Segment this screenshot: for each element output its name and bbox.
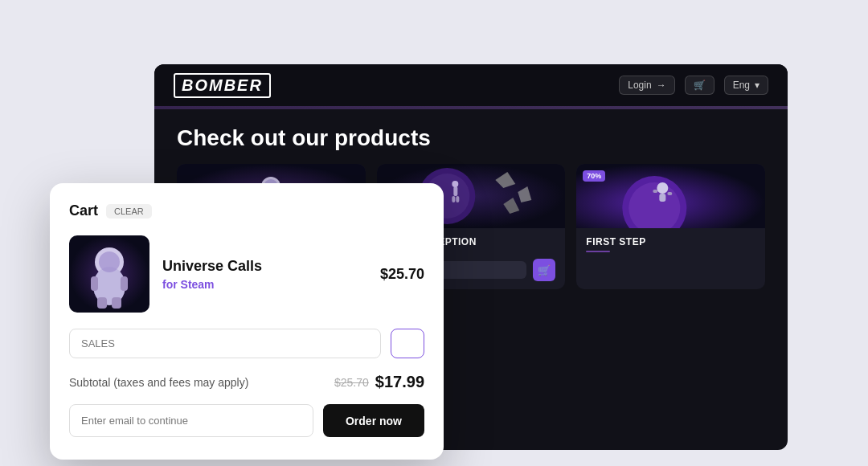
- svg-marker-9: [495, 172, 515, 188]
- order-now-button[interactable]: Order now: [323, 404, 424, 437]
- login-label: Login: [628, 80, 651, 91]
- product-image-firststep: 70%: [576, 164, 765, 228]
- card-name-firststep: FIRST STEP: [586, 236, 755, 247]
- svg-rect-14: [452, 196, 455, 202]
- logo: BOMBER: [174, 73, 271, 98]
- discount-badge: 70%: [583, 170, 605, 182]
- lang-selector[interactable]: Eng ▾: [724, 76, 768, 95]
- clear-cart-button[interactable]: CLEAR: [106, 204, 152, 219]
- page-title: Check out our products: [154, 106, 788, 164]
- email-input[interactable]: [69, 404, 313, 437]
- svg-marker-10: [518, 186, 531, 202]
- cart-title: Cart: [69, 202, 98, 219]
- subtotal-label: Subtotal (taxes and fees may apply): [69, 376, 248, 389]
- header-right: Login → 🛒 Eng ▾: [619, 76, 768, 95]
- subtotal-prices: $25.70 $17.99: [334, 373, 424, 391]
- cart-item: Universe Calls for Steam $25.70: [69, 235, 424, 313]
- cart-item-astronaut-icon: [73, 239, 145, 309]
- cart-header: Cart CLEAR: [69, 202, 424, 219]
- svg-rect-20: [653, 190, 658, 193]
- add-to-cart-alien[interactable]: 🛒: [533, 259, 555, 281]
- final-price: $17.99: [375, 373, 424, 391]
- cart-icon: 🛒: [694, 80, 706, 91]
- promo-input[interactable]: [69, 329, 381, 358]
- chevron-down-icon: ▾: [755, 80, 760, 91]
- cart-item-price: $25.70: [380, 266, 424, 283]
- cart-panel: Cart CLEAR Universe Calls for Steam $25.…: [50, 183, 444, 460]
- svg-rect-12: [453, 186, 457, 196]
- svg-rect-15: [456, 196, 459, 202]
- svg-rect-35: [121, 276, 128, 291]
- lang-label: Eng: [733, 80, 750, 91]
- svg-marker-11: [503, 198, 519, 214]
- svg-rect-34: [91, 276, 98, 291]
- svg-rect-21: [668, 192, 673, 195]
- svg-rect-19: [660, 194, 666, 202]
- subtotal-row: Subtotal (taxes and fees may apply) $25.…: [69, 373, 424, 391]
- svg-point-33: [99, 251, 120, 272]
- svg-rect-36: [97, 297, 107, 309]
- cart-item-name: Universe Calls: [162, 258, 367, 275]
- card-divider-firststep: [586, 251, 610, 252]
- apply-promo-button[interactable]: [391, 329, 424, 358]
- cart-button[interactable]: 🛒: [685, 76, 714, 95]
- login-button[interactable]: Login →: [619, 76, 674, 95]
- product-card-first-step: 70% FIRST STEP: [576, 164, 765, 289]
- original-price: $25.70: [334, 376, 369, 389]
- login-icon: →: [657, 80, 666, 91]
- purple-strip: [154, 106, 788, 109]
- app-header: BOMBER Login → 🛒 Eng ▾: [154, 64, 788, 106]
- svg-point-18: [657, 182, 669, 194]
- cart-item-platform: for Steam: [162, 278, 367, 291]
- cart-item-image: [69, 235, 149, 313]
- cart-item-info: Universe Calls for Steam: [162, 258, 367, 291]
- promo-row: [69, 329, 424, 358]
- svg-point-13: [452, 181, 458, 187]
- card-info-firststep: FIRST STEP: [576, 228, 765, 267]
- svg-rect-37: [112, 297, 121, 309]
- email-row: Order now: [69, 404, 424, 437]
